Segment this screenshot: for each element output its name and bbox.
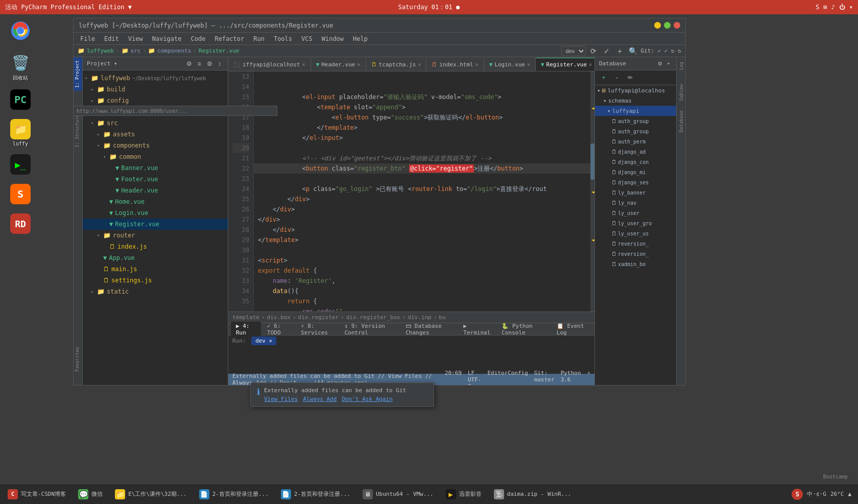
tab-terminal[interactable]: ⬛ iffyapi@localhost × (228, 58, 311, 71)
menu-tools[interactable]: Tools (270, 34, 296, 43)
tree-item-login-vue[interactable]: ▼ Login.vue (83, 207, 228, 219)
tree-item-config[interactable]: ▸ 📁 config (83, 95, 228, 106)
db-item-ly-banner[interactable]: 🗒 ly_banner (595, 187, 676, 198)
run-config[interactable]: dev × (251, 337, 276, 345)
tab-header-close[interactable]: × (357, 62, 360, 67)
db-item-ly-user-gr[interactable]: 🗒 ly_user_gro (595, 218, 676, 228)
desktop-icon-pycharm[interactable]: PC (3, 89, 38, 111)
taskbar-item-doc2[interactable]: 📄 2-首页和登录注册... (276, 486, 355, 503)
menu-view[interactable]: View (124, 34, 147, 43)
tree-item-root[interactable]: ▾ 📁 luffyweb ~/Desktop/luffy/luffyweb (83, 73, 228, 84)
project-gear2-button[interactable]: ⚙ (205, 60, 213, 68)
desktop-icon-luffy[interactable]: 📁 luffy (3, 119, 38, 147)
taskbar-item-winrar[interactable]: 🗜 daima.zip - WinR... (489, 486, 577, 503)
tree-item-home-vue[interactable]: ▼ Home.vue (83, 196, 228, 207)
refresh-button[interactable]: ⟳ (588, 45, 599, 57)
tab-register-vue[interactable]: ▼ Register.vue × (536, 58, 594, 71)
desktop-icon-sublimetext[interactable]: S (3, 184, 38, 206)
menu-help[interactable]: Help (349, 34, 372, 43)
maximize-button[interactable] (664, 22, 671, 29)
db-item-ly-nav[interactable]: 🗒 ly_nav (595, 198, 676, 208)
tab-register-close[interactable]: × (589, 62, 592, 67)
db-item-auth-group[interactable]: 🗒 auth_group (595, 116, 676, 126)
tab-header-vue[interactable]: ▼ Header.vue × (311, 58, 366, 71)
code-content[interactable]: <el-input placeholder="请输入验证码" v-model="… (254, 71, 590, 311)
git-add-button[interactable]: + (614, 45, 626, 57)
menu-code[interactable]: Code (187, 34, 210, 43)
tree-item-common[interactable]: ▾ 📁 common (83, 151, 228, 162)
tab-tcaptcha[interactable]: 🗒 tcaptcha.js × (366, 58, 427, 71)
close-button[interactable] (674, 22, 680, 29)
db-item-auth-perm[interactable]: 🗒 auth_perm (595, 136, 676, 147)
tree-item-assets[interactable]: ▸ 📁 assets (83, 129, 228, 140)
menu-edit[interactable]: Edit (100, 34, 123, 43)
desktop-icon-redapp[interactable]: RD (3, 213, 38, 235)
tree-item-router[interactable]: ▾ 📁 router (83, 230, 228, 241)
menu-run[interactable]: Run (249, 34, 269, 43)
bottom-tab-event-log[interactable]: 📋 Event Log (552, 322, 592, 337)
db-minus-icon[interactable]: - (611, 72, 623, 83)
db-item-django-mi[interactable]: 🗒 django_mi (595, 167, 676, 177)
db-settings-button[interactable]: ⚙ (656, 60, 663, 67)
notif-dont-ask[interactable]: Don't Ask Again (342, 396, 392, 402)
db-add-icon[interactable]: + (598, 72, 609, 83)
db-item-ly-user[interactable]: 🗒 ly_user (595, 208, 676, 218)
tree-item-header-vue[interactable]: ▼ Header.vue (83, 185, 228, 196)
tab-tcaptcha-close[interactable]: × (418, 62, 421, 67)
db-edit-icon[interactable]: ✏ (625, 72, 636, 83)
breadcrumb-src[interactable]: src (131, 47, 141, 54)
bottom-tab-db-changes[interactable]: 🗃 Database Changes (400, 322, 457, 337)
tree-item-banner-vue[interactable]: ▼ Banner.vue (83, 162, 228, 174)
tab-login-close[interactable]: × (527, 62, 530, 67)
taskbar-item-doc1[interactable]: 📄 2-首页和登录注册... (194, 486, 274, 503)
bottom-tab-vc[interactable]: ↕ 9: Version Control (340, 322, 400, 337)
notif-always-add[interactable]: Always Add (303, 396, 337, 402)
db-add-button[interactable]: + (665, 60, 672, 67)
editor-scrollbar[interactable] (590, 71, 594, 311)
bottom-tab-python[interactable]: 🐍 Python Console (496, 322, 550, 337)
search-button[interactable]: 🔍 (628, 45, 639, 57)
db-item-reversion1[interactable]: 🗒 reversion_ (595, 238, 676, 249)
branch-selector[interactable]: dev (561, 46, 586, 56)
db-item-reversion2[interactable]: 🗒 reversion_ (595, 249, 676, 259)
bottom-tab-run[interactable]: ▶ 4: Run (231, 322, 261, 337)
bottom-tab-todo[interactable]: ✓ 6: TODO (262, 322, 295, 337)
db-item-django-con[interactable]: 🗒 django_con (595, 157, 676, 167)
tree-item-build[interactable]: ▸ 📁 build (83, 84, 228, 95)
db-item-schemas[interactable]: ▾ schemas (595, 95, 676, 106)
tab-login-vue[interactable]: ▼ Login.vue × (484, 58, 536, 71)
db-item-luffyapi-schema[interactable]: ▾ luffyapi (595, 106, 676, 116)
tree-item-main-js[interactable]: 🗒 main.js (83, 263, 228, 275)
tab-index-close[interactable]: × (475, 62, 479, 67)
tree-item-index-js[interactable]: 🗒 index.js (83, 241, 228, 252)
menu-window[interactable]: Window (318, 34, 348, 43)
db-item-auth-group2[interactable]: 🗒 auth_group (595, 126, 676, 136)
menu-vcs[interactable]: VCS (297, 34, 317, 43)
tab-terminal-close[interactable]: × (302, 62, 305, 67)
taskbar-item-vmware[interactable]: 🖥 Ubuntu64 - VMw... (358, 486, 439, 503)
right-panel-database[interactable]: Database (678, 108, 685, 134)
right-panel-log[interactable]: Log (678, 60, 685, 72)
bottom-tab-terminal[interactable]: ▶ Terminal (458, 322, 495, 337)
tree-item-components[interactable]: ▾ 📁 components (83, 140, 228, 151)
structure-panel-label[interactable]: 2: Structure (74, 111, 82, 151)
tree-item-app-vue[interactable]: ▼ App.vue (83, 252, 228, 263)
tree-item-footer-vue[interactable]: ▼ Footer.vue (83, 174, 228, 185)
taskbar-item-wechat[interactable]: 💬 微信 (73, 486, 108, 503)
notif-view-files[interactable]: View Files (264, 396, 298, 402)
menu-file[interactable]: File (76, 34, 99, 43)
git-check-button[interactable]: ✓ (601, 45, 612, 57)
project-gear-button[interactable]: ≡ (195, 60, 203, 68)
tree-item-src[interactable]: ▾ 📁 src (83, 117, 228, 129)
db-item-django-ad[interactable]: 🗒 django_ad (595, 147, 676, 157)
right-panel-seqview[interactable]: SqView (678, 82, 685, 103)
menu-refactor[interactable]: Refactor (210, 34, 248, 43)
db-item-django-ses[interactable]: 🗒 django_ses (595, 177, 676, 187)
minimize-button[interactable] (654, 22, 661, 29)
tree-item-register-vue[interactable]: ▼ Register.vue (83, 219, 228, 230)
taskbar-item-csdn[interactable]: C 写文章-CSDN博客 (3, 486, 71, 503)
tree-item-static[interactable]: ▸ 📁 static (83, 286, 228, 297)
project-expand-button[interactable]: ↕ (216, 60, 224, 68)
breadcrumb-root[interactable]: luffyweb (87, 47, 114, 54)
tab-index-html[interactable]: 🗒 index.html × (426, 58, 484, 71)
